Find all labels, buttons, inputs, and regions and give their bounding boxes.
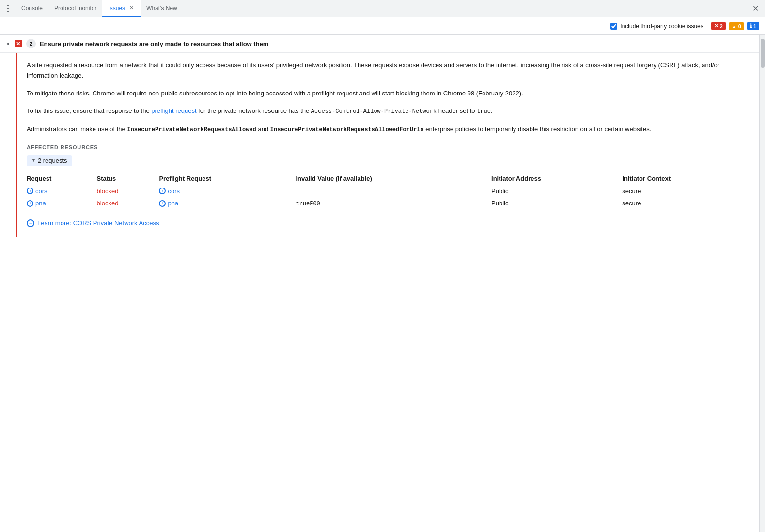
initiator-address-cell-1: Public	[491, 185, 622, 197]
status-blocked-2: blocked	[97, 200, 119, 207]
preflight-cell-2: pna	[159, 197, 296, 210]
close-issues-tab-button[interactable]: ✕	[128, 5, 135, 12]
fix-code-1: Access-Control-Allow-Private-Network	[311, 108, 437, 115]
issue-paragraph-2: To mitigate these risks, Chrome will req…	[27, 89, 749, 99]
affected-resources-label: AFFECTED RESOURCES	[27, 144, 749, 150]
fix-text-end: .	[491, 107, 493, 114]
issue-count-badges: ✕ 2 ▲ 0 ℹ 1	[711, 22, 759, 30]
table-row: pna blocked pna	[27, 197, 749, 210]
issue-content: A site requested a resource from a netwo…	[17, 53, 759, 237]
third-party-cookie-filter: Include third-party cookie issues	[610, 23, 703, 30]
more-tabs-button[interactable]	[2, 3, 14, 15]
table-header-row: Request Status Preflight Request Invalid…	[27, 172, 749, 185]
requests-toggle[interactable]: ▼ 2 requests	[27, 155, 72, 166]
scrollbar-track[interactable]	[759, 35, 765, 532]
col-initiator-context: Initiator Context	[622, 172, 749, 185]
issue-error-icon: ✕	[15, 40, 22, 47]
preflight-pna-link[interactable]: pna	[159, 200, 292, 207]
admin-text-middle: and	[256, 125, 270, 133]
issue-count-badge: 2	[26, 39, 36, 48]
fix-text-before: To fix this issue, ensure that response …	[27, 107, 151, 114]
preflight-request-link[interactable]: preflight request	[151, 107, 196, 114]
preflight-icon-cors	[159, 188, 166, 194]
info-icon: ℹ	[750, 23, 752, 29]
fix-text-middle: for the private network resource has the	[197, 107, 311, 114]
request-cell-1: cors	[27, 185, 97, 197]
warning-icon: ▲	[732, 23, 737, 29]
invalid-value-cell-1	[296, 185, 491, 197]
invalid-value-cell-2: trueF00	[296, 197, 491, 210]
preflight-icon-pna	[159, 200, 166, 207]
status-blocked-1: blocked	[97, 188, 119, 195]
tab-whats-new-label: What's New	[146, 5, 177, 12]
issue-body: A site requested a resource from a netwo…	[0, 53, 759, 237]
issue-header[interactable]: ▼ ✕ 2 Ensure private network requests ar…	[0, 35, 759, 53]
admin-code-1: InsecurePrivateNetworkRequestsAllowed	[127, 126, 256, 133]
info-count: 1	[753, 23, 756, 29]
request-cell-2: pna	[27, 197, 97, 210]
tab-issues[interactable]: Issues ✕	[102, 0, 141, 17]
requests-table: Request Status Preflight Request Invalid…	[27, 172, 749, 210]
status-cell-1: blocked	[97, 185, 159, 197]
error-icon: ✕	[714, 23, 718, 29]
request-pna-link[interactable]: pna	[27, 200, 93, 207]
col-invalid-value: Invalid Value (if available)	[296, 172, 491, 185]
issue-paragraph-admin: Administrators can make use of the Insec…	[27, 125, 749, 135]
initiator-context-cell-1: secure	[622, 185, 749, 197]
initiator-address-cell-2: Public	[491, 197, 622, 210]
requests-toggle-label: 2 requests	[38, 157, 67, 164]
admin-text-end: enterprise policies to temporarily disab…	[424, 125, 652, 133]
tab-whats-new[interactable]: What's New	[141, 0, 183, 17]
invalid-value-mono: trueF00	[296, 201, 320, 207]
request-cors-link[interactable]: cors	[27, 188, 93, 195]
admin-code-2: InsecurePrivateNetworkRequestsAllowedFor…	[270, 126, 424, 133]
preflight-cell-1: cors	[159, 185, 296, 197]
warning-count: 0	[738, 23, 741, 29]
request-icon-cors	[27, 188, 33, 194]
fix-code-2: true	[477, 108, 491, 115]
info-badge: ℹ 1	[747, 22, 759, 30]
request-pna-label: pna	[35, 200, 46, 207]
issues-toolbar: Include third-party cookie issues ✕ 2 ▲ …	[0, 17, 765, 35]
requests-chevron-icon: ▼	[31, 158, 36, 163]
tab-bar: Console Protocol monitor Issues ✕ What's…	[0, 0, 765, 17]
tab-issues-label: Issues	[108, 5, 125, 12]
fix-text-after: header set to	[437, 107, 477, 114]
tab-console-label: Console	[21, 5, 43, 12]
scrollbar-thumb[interactable]	[761, 39, 765, 68]
request-cors-label: cors	[35, 188, 47, 195]
warning-badge: ▲ 0	[729, 22, 744, 30]
error-badge: ✕ 2	[711, 22, 726, 30]
tab-protocol-monitor[interactable]: Protocol monitor	[48, 0, 102, 17]
initiator-context-cell-2: secure	[622, 197, 749, 210]
col-preflight: Preflight Request	[159, 172, 296, 185]
preflight-pna-label: pna	[168, 200, 178, 207]
issues-panel[interactable]: ▼ ✕ 2 Ensure private network requests ar…	[0, 35, 759, 532]
col-status: Status	[97, 172, 159, 185]
admin-text-before: Administrators can make use of the	[27, 125, 127, 133]
close-devtools-button[interactable]: ✕	[749, 3, 761, 15]
issue-paragraph-fix: To fix this issue, ensure that response …	[27, 106, 749, 116]
issue-chevron-icon: ▼	[5, 41, 11, 46]
table-row: cors blocked cors	[27, 185, 749, 197]
main-content: ▼ ✕ 2 Ensure private network requests ar…	[0, 35, 765, 532]
preflight-cors-label: cors	[168, 188, 180, 195]
tab-protocol-monitor-label: Protocol monitor	[54, 5, 96, 12]
preflight-cors-link[interactable]: cors	[159, 188, 292, 195]
issue-title: Ensure private network requests are only…	[40, 40, 268, 47]
col-request: Request	[27, 172, 97, 185]
error-count: 2	[720, 23, 723, 29]
col-initiator-address: Initiator Address	[491, 172, 622, 185]
learn-more-row: Learn more: CORS Private Network Access	[27, 219, 749, 227]
tab-console[interactable]: Console	[16, 0, 48, 17]
third-party-cookie-checkbox[interactable]	[610, 23, 617, 30]
request-icon-pna	[27, 200, 33, 207]
status-cell-2: blocked	[97, 197, 159, 210]
issue-paragraph-1: A site requested a resource from a netwo…	[27, 61, 749, 81]
third-party-cookie-label: Include third-party cookie issues	[620, 23, 703, 30]
learn-more-link[interactable]: Learn more: CORS Private Network Access	[37, 219, 159, 227]
learn-more-icon	[27, 219, 34, 227]
